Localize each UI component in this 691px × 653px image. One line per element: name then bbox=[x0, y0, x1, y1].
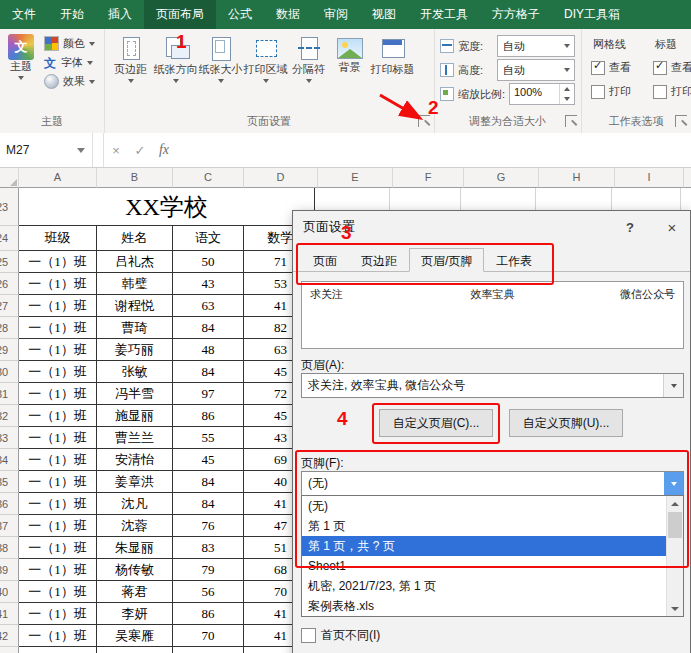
custom-header-button[interactable]: 自定义页眉(C)... bbox=[379, 409, 493, 437]
cell-name[interactable]: 沈蓉 bbox=[97, 515, 173, 537]
column-header-a[interactable]: A bbox=[19, 167, 97, 188]
sheet-options-dialog-launcher-icon[interactable] bbox=[675, 115, 687, 127]
cell-name[interactable]: 姜巧丽 bbox=[97, 339, 173, 361]
chevron-down-icon[interactable] bbox=[559, 36, 574, 56]
breaks-button[interactable]: 分隔符 bbox=[288, 32, 329, 83]
column-header-h[interactable]: H bbox=[539, 167, 615, 188]
cell-chinese-score[interactable]: 50 bbox=[173, 251, 244, 273]
tab-margins[interactable]: 页边距 bbox=[349, 248, 409, 272]
column-header-b[interactable]: B bbox=[97, 167, 173, 188]
cell-name[interactable]: 谢程悦 bbox=[97, 295, 173, 317]
gridlines-print-checkbox[interactable]: 打印 bbox=[591, 84, 631, 99]
cell-name[interactable]: 吕礼杰 bbox=[97, 251, 173, 273]
cell-chinese-score[interactable]: 84 bbox=[173, 493, 244, 515]
tab-ffcell[interactable]: 方方格子 bbox=[480, 0, 552, 29]
formula-input[interactable] bbox=[176, 133, 691, 167]
spinner-buttons[interactable] bbox=[559, 84, 574, 104]
scroll-down-icon[interactable] bbox=[667, 601, 683, 616]
cell-chinese-score[interactable]: 70 bbox=[173, 625, 244, 647]
sheet-title-cell[interactable]: XX学校 bbox=[19, 188, 315, 226]
formula-bar-splitter[interactable] bbox=[93, 133, 104, 167]
cell-class[interactable]: 一（1）班 bbox=[19, 361, 97, 383]
row-header[interactable]: 25 bbox=[0, 251, 19, 273]
cancel-button[interactable]: × bbox=[104, 143, 128, 158]
tab-header-footer[interactable]: 页眉/页脚 bbox=[409, 248, 484, 272]
tab-file[interactable]: 文件 bbox=[0, 0, 48, 29]
select-all-corner[interactable] bbox=[0, 167, 19, 188]
theme-effects-button[interactable]: 效果 bbox=[42, 72, 97, 91]
cell-class[interactable]: 一（1）班 bbox=[19, 251, 97, 273]
headings-print-checkbox[interactable]: 打印 bbox=[653, 84, 691, 99]
cell-name[interactable]: 姜章洪 bbox=[97, 471, 173, 493]
cell-name[interactable]: 施显丽 bbox=[97, 405, 173, 427]
cell-chinese-score[interactable]: 43 bbox=[173, 273, 244, 295]
cell-chinese-score[interactable]: 83 bbox=[173, 537, 244, 559]
cell-class[interactable]: 一（1）班 bbox=[19, 273, 97, 295]
cell-name[interactable]: 曹琦 bbox=[97, 317, 173, 339]
footer-option[interactable]: 机密, 2021/7/23, 第 1 页 bbox=[302, 576, 683, 596]
tab-home[interactable]: 开始 bbox=[48, 0, 96, 29]
tab-sheet[interactable]: 工作表 bbox=[484, 248, 544, 272]
column-header-f[interactable]: F bbox=[393, 167, 464, 188]
cell-class[interactable]: 一（1）班 bbox=[19, 427, 97, 449]
insert-function-button[interactable]: fx bbox=[152, 142, 176, 158]
scale-dialog-launcher-icon[interactable] bbox=[565, 115, 577, 127]
cell-name[interactable]: 吴寒雁 bbox=[97, 625, 173, 647]
width-combobox[interactable]: 自动 bbox=[497, 35, 575, 57]
cell-chinese-score[interactable]: 79 bbox=[173, 559, 244, 581]
cell-name[interactable]: 李妍 bbox=[97, 603, 173, 625]
row-header[interactable]: 30 bbox=[0, 361, 19, 383]
tab-insert[interactable]: 插入 bbox=[96, 0, 144, 29]
cell-chinese-score[interactable]: 63 bbox=[173, 295, 244, 317]
row-header[interactable]: 39 bbox=[0, 559, 19, 581]
row-header[interactable]: 42 bbox=[0, 625, 19, 647]
cell-name[interactable]: 曹兰兰 bbox=[97, 427, 173, 449]
checkbox-icon[interactable] bbox=[591, 85, 605, 99]
row-header[interactable]: 23 bbox=[0, 188, 19, 226]
dialog-help-button[interactable]: ? bbox=[618, 215, 642, 239]
cell-chinese-score[interactable]: 86 bbox=[173, 603, 244, 625]
cell-chinese-score[interactable]: 97 bbox=[173, 383, 244, 405]
cell-class[interactable]: 一（1）班 bbox=[19, 625, 97, 647]
row-header[interactable]: 24 bbox=[0, 226, 19, 251]
print-titles-button[interactable]: 打印标题 bbox=[370, 32, 415, 83]
cell-class[interactable]: 一（1）班 bbox=[19, 317, 97, 339]
checkbox-checked-icon[interactable] bbox=[653, 61, 667, 75]
theme-colors-button[interactable]: 颜色 bbox=[42, 34, 97, 53]
header-cell-name[interactable]: 姓名 bbox=[97, 226, 173, 251]
cell-class[interactable]: 一（1）班 bbox=[19, 339, 97, 361]
footer-option[interactable]: Sheet1 bbox=[302, 556, 683, 576]
header-combobox[interactable]: 求关注, 效率宝典, 微信公众号 bbox=[301, 373, 684, 398]
cell-empty[interactable] bbox=[97, 647, 173, 653]
row-header[interactable]: 38 bbox=[0, 537, 19, 559]
dialog-close-button[interactable]: × bbox=[660, 215, 684, 239]
cell-chinese-score[interactable]: 76 bbox=[173, 515, 244, 537]
footer-option-selected[interactable]: 第 1 页，共 ? 页 bbox=[302, 536, 683, 556]
cell-name[interactable]: 杨传敏 bbox=[97, 559, 173, 581]
tab-diy-toolbox[interactable]: DIY工具箱 bbox=[552, 0, 632, 29]
cell-class[interactable]: 一（1）班 bbox=[19, 471, 97, 493]
cell-empty[interactable] bbox=[19, 647, 97, 653]
column-header-d[interactable]: D bbox=[244, 167, 318, 188]
row-header[interactable]: 37 bbox=[0, 515, 19, 537]
scale-spinner[interactable]: 100% bbox=[509, 83, 575, 105]
row-header[interactable]: 36 bbox=[0, 493, 19, 515]
scrollbar-thumb[interactable] bbox=[668, 512, 682, 538]
checkbox-checked-icon[interactable] bbox=[591, 61, 605, 75]
column-header-j[interactable] bbox=[684, 167, 691, 188]
name-box[interactable]: M27 bbox=[0, 133, 93, 167]
cell-name[interactable]: 蒋君 bbox=[97, 581, 173, 603]
row-header[interactable]: 34 bbox=[0, 449, 19, 471]
footer-option[interactable]: 第 1 页 bbox=[302, 516, 683, 536]
chevron-down-icon[interactable] bbox=[559, 60, 574, 80]
row-header[interactable]: 28 bbox=[0, 317, 19, 339]
header-cell-class[interactable]: 班级 bbox=[19, 226, 97, 251]
cell-class[interactable]: 一（1）班 bbox=[19, 537, 97, 559]
gridlines-view-checkbox[interactable]: 查看 bbox=[591, 60, 631, 75]
cell-chinese-score[interactable]: 55 bbox=[173, 427, 244, 449]
scrollbar[interactable] bbox=[666, 496, 683, 616]
row-header[interactable]: 32 bbox=[0, 405, 19, 427]
footer-option[interactable]: (无) bbox=[302, 496, 683, 516]
column-header-c[interactable]: C bbox=[173, 167, 244, 188]
headings-view-checkbox[interactable]: 查看 bbox=[653, 60, 691, 75]
